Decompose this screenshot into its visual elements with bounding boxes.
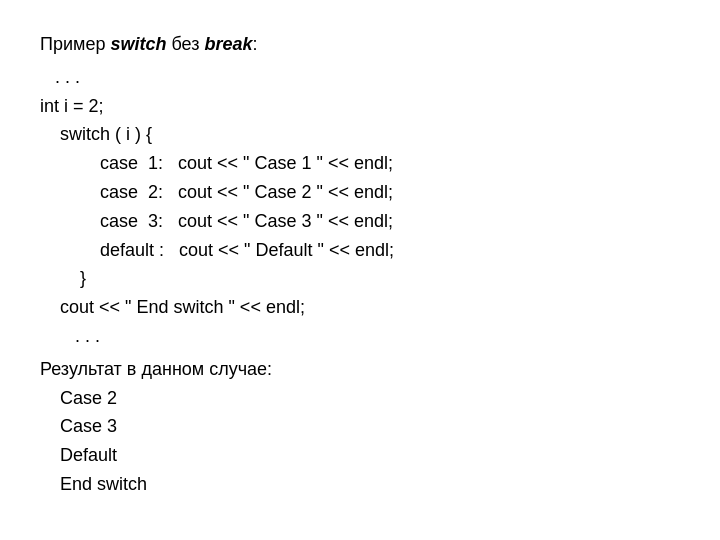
intro-middle: без [166,34,204,54]
switch-keyword: switch [110,34,166,54]
case1-line: case 1: cout << " Case 1 " << endl; [40,149,680,178]
cout-end-line: cout << " End switch " << endl; [40,293,680,322]
intro-suffix: : [252,34,257,54]
result-line-2: Case 3 [40,412,680,441]
int-line: int i = 2; [40,92,680,121]
result-line-4: End switch [40,470,680,499]
main-content: Пример switch без break: . . . int i = 2… [40,30,680,499]
result-line-3: Default [40,441,680,470]
ellipsis-line-2: . . . [40,322,680,351]
ellipsis-line-1: . . . [40,63,680,92]
intro-line: Пример switch без break: [40,30,680,59]
case3-line: case 3: cout << " Case 3 " << endl; [40,207,680,236]
break-keyword: break [204,34,252,54]
close-brace-line: } [40,264,680,293]
intro-prefix: Пример [40,34,110,54]
result-label: Результат в данном случае: [40,355,680,384]
result-line-1: Case 2 [40,384,680,413]
default-line: default : cout << " Default " << endl; [40,236,680,265]
case2-line: case 2: cout << " Case 2 " << endl; [40,178,680,207]
switch-line: switch ( i ) { [40,120,680,149]
